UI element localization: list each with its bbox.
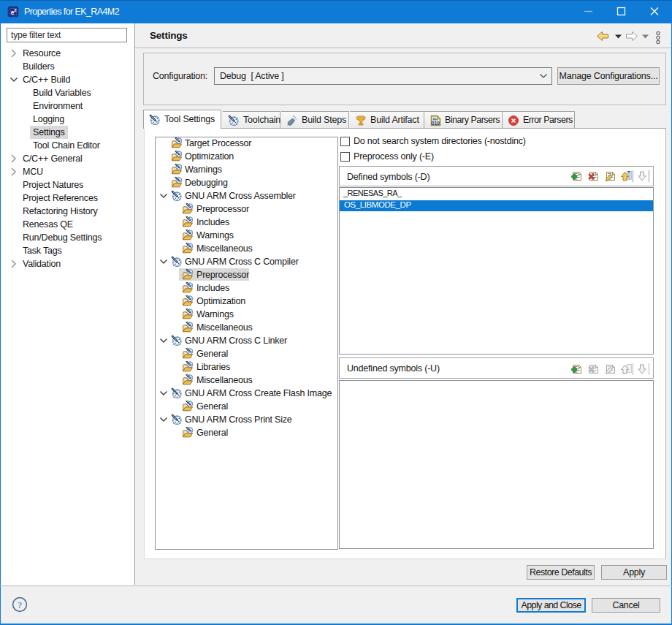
svg-text:?: ?: [18, 599, 22, 610]
svg-text:010: 010: [431, 120, 439, 126]
